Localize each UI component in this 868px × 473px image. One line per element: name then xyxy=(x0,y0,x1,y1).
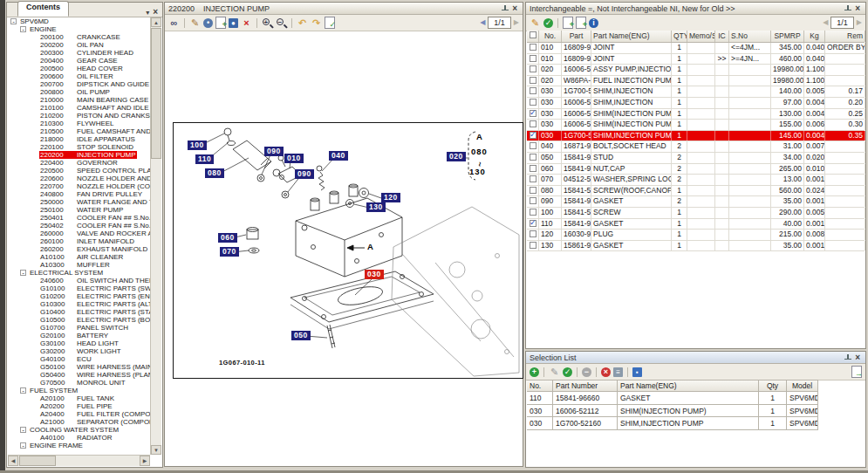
erase-markup-icon[interactable]: × xyxy=(241,17,252,29)
tree-item-210100[interactable]: 210100CAMSHAFT AND IDLE GEAR SHA xyxy=(9,104,150,112)
parts-table-row[interactable]: 0301G700-52...SHIM,INJECTION1140.000.005… xyxy=(527,86,865,98)
diagram-callout-130[interactable]: 130 xyxy=(366,202,386,212)
scroll-right-icon[interactable]: ▶ xyxy=(140,456,150,466)
redline-pencil-icon[interactable]: ✎ xyxy=(189,17,201,29)
row-checkbox[interactable] xyxy=(530,55,537,62)
row-checkbox[interactable] xyxy=(530,132,537,139)
tree-item-210000[interactable]: 210000MAIN BEARING CASE xyxy=(9,96,150,104)
parts-table-row[interactable]: 11015841-96...GASKET140.000.001 xyxy=(527,219,865,230)
delete-item-icon[interactable]: × xyxy=(601,367,611,377)
diagram-callout-020[interactable]: 020 xyxy=(447,152,466,161)
tree-item-240800[interactable]: 240800FAN DRIVE PULLEY xyxy=(9,190,150,198)
row-checkbox[interactable] xyxy=(530,209,537,216)
zoom-out-icon[interactable]: − xyxy=(276,17,287,29)
tree-item-G50100[interactable]: G50100WIRE HARNESS (MAIN) xyxy=(9,363,150,371)
tree-item-210300[interactable]: 210300FLYWHEEL xyxy=(9,120,150,127)
tree-item-210200[interactable]: 210200PISTON AND CRANKSHAFT xyxy=(9,112,150,120)
confirm-item-icon[interactable]: ✓ xyxy=(563,367,572,377)
column-header-spmrp[interactable]: SPMRP xyxy=(771,31,804,42)
select-all-checkbox[interactable] xyxy=(530,31,537,38)
scroll-down-icon[interactable]: ▼ xyxy=(151,445,161,455)
pin-icon[interactable] xyxy=(844,4,851,13)
tree-item-200300[interactable]: 200300CYLINDER HEAD xyxy=(9,49,150,57)
tree-node-fuel-system[interactable]: -FUEL SYSTEM xyxy=(9,387,150,394)
tree-item-A10100[interactable]: A10100AIR CLEANER xyxy=(9,253,150,261)
tree-item-G70500[interactable]: G70500MONROL UNIT xyxy=(9,379,150,387)
tree-vscrollbar[interactable]: ▲ ▼ xyxy=(150,17,161,455)
contents-close-icon[interactable]: × xyxy=(151,8,160,17)
row-checkbox[interactable] xyxy=(530,175,537,182)
scroll-left-icon[interactable]: ◀ xyxy=(8,456,18,466)
add-all-to-list-icon[interactable]: + xyxy=(576,17,586,29)
tree-item-A20400[interactable]: A20400FUEL FILTER (COMPONENT PAR xyxy=(9,410,150,418)
column-header-ic[interactable]: IC xyxy=(715,31,729,42)
diagram-callout-110[interactable]: 110 xyxy=(195,154,214,164)
previous-view-icon[interactable]: ↶ xyxy=(297,17,308,29)
parts-table-row[interactable]: 10015841-51...SCREW1290.000.005 xyxy=(527,208,865,219)
camera-icon[interactable]: ● xyxy=(229,18,238,28)
save-image-icon[interactable]: ✓ xyxy=(325,17,335,29)
tree-item-G10100[interactable]: G10100ELECTRIC PARTS (SWITCH) xyxy=(9,284,150,292)
tree-item-G10400[interactable]: G10400ELECTRIC PARTS (STARTER CO xyxy=(9,308,150,316)
parts-table-row[interactable]: 13015861-96...GASKET135.000.001 xyxy=(527,241,865,252)
row-checkbox[interactable] xyxy=(530,154,537,161)
tree-item-220400[interactable]: 220400GOVERNOR xyxy=(9,159,150,167)
prev-page-arrow-icon[interactable]: ◀ xyxy=(480,18,485,27)
parts-table-row[interactable]: 12016030-96...PLUG1215.000.008 xyxy=(527,230,865,241)
tree-node-engine[interactable]: -ENGINE xyxy=(9,25,150,33)
next-page-arrow-icon[interactable]: ▶ xyxy=(857,18,862,27)
tree-hscrollbar[interactable]: ◀ ▶ xyxy=(8,455,150,466)
tree-item-220700[interactable]: 220700NOZZLE HOLDER (COMPONENT xyxy=(9,182,150,190)
tree-item-G10200[interactable]: G10200ELECTRIC PARTS (ENGINE) xyxy=(9,292,150,300)
column-header-s-no[interactable]: S.No xyxy=(729,31,771,42)
expand-collapse-icon[interactable]: - xyxy=(20,270,26,276)
tree-item-240600[interactable]: 240600OIL SWITCH AND THERMOMETE xyxy=(9,277,150,284)
tree-item-220100[interactable]: 220100STOP SOLENOID xyxy=(9,143,150,151)
parts-table-row[interactable]: 05015841-91...STUD234.000.020 xyxy=(527,153,865,164)
parts-table-row[interactable]: 07004512-50...WASHER,SPRING LOCK213.000.… xyxy=(527,175,865,186)
row-checkbox[interactable] xyxy=(530,65,537,72)
parts-table-row[interactable]: 03016006-52...SHIM(INJECTION PUMP)1155.0… xyxy=(527,120,865,131)
selection-column-header-part-name-eng-[interactable]: Part Name(ENG) xyxy=(618,380,759,392)
column-header-memo-s[interactable]: Memo/S xyxy=(687,31,715,42)
selection-close-icon[interactable]: × xyxy=(853,353,862,362)
next-view-icon[interactable]: ↷ xyxy=(311,17,322,29)
row-checkbox[interactable] xyxy=(530,142,537,149)
parts-table-row[interactable]: 020W86PA-5...FUEL INJECTION PUMP119980.0… xyxy=(527,76,865,87)
expand-collapse-icon[interactable]: - xyxy=(20,427,26,433)
diagram-callout-010[interactable]: 010 xyxy=(284,154,304,163)
tree-item-220200[interactable]: 220200INJECTION PUMP xyxy=(9,151,150,159)
row-checkbox[interactable] xyxy=(530,187,537,194)
selection-table-row[interactable]: 0301G700-52160SHIM,INJECTION PUMP1SPV6MD xyxy=(527,417,818,430)
column-header-part[interactable]: Part xyxy=(562,31,591,42)
pin-icon[interactable] xyxy=(844,353,851,362)
parts-table-row[interactable]: 01016809-95...JOINT1>>>=4JN...460.000.04… xyxy=(527,54,865,65)
diagram-callout-060[interactable]: 060 xyxy=(218,233,237,243)
diagram-canvas[interactable]: 1G067-010-11 100110080090010090040120130… xyxy=(166,31,522,465)
row-checkbox[interactable] xyxy=(530,99,537,106)
tree-item-260100[interactable]: 260100INLET MANIFOLD xyxy=(9,237,150,245)
tree-item-200400[interactable]: 200400GEAR CASE xyxy=(9,57,150,65)
save-list-icon[interactable]: ▪ xyxy=(632,367,642,377)
tree-node-cooling-water-system[interactable]: -COOLING WATER SYSTEM xyxy=(9,426,150,434)
parts-table-row[interactable]: 08015841-51...SCREW(ROOF,CANOPY)1560.000… xyxy=(527,186,865,197)
tree-item-250000[interactable]: 250000WATER FLANGE AND THERMOST xyxy=(9,198,150,206)
pin-icon[interactable] xyxy=(501,4,509,13)
expand-collapse-icon[interactable]: - xyxy=(20,387,26,394)
scroll-up-icon[interactable]: ▲ xyxy=(151,17,161,27)
remove-item-icon[interactable]: − xyxy=(582,367,591,377)
tree-item-A20100[interactable]: A20100FUEL TANK xyxy=(9,394,150,402)
tree-vscroll-thumb[interactable] xyxy=(151,28,161,159)
print-icon[interactable]: ≡ xyxy=(613,367,623,377)
parts-table-row[interactable]: 01016809-95...JOINT1<=4JM...345.000.040O… xyxy=(527,43,865,54)
parts-table-row[interactable]: 02016006-51...ASSY PUMP,INJECTION119980.… xyxy=(527,65,865,76)
row-checkbox[interactable] xyxy=(530,110,537,117)
info-icon[interactable]: i xyxy=(589,18,598,28)
diagram-callout-120[interactable]: 120 xyxy=(381,193,400,202)
row-checkbox[interactable] xyxy=(530,165,537,172)
row-checkbox[interactable] xyxy=(530,77,537,84)
row-checkbox[interactable] xyxy=(530,230,537,237)
add-page-to-list-icon[interactable]: + xyxy=(563,17,573,29)
row-checkbox[interactable] xyxy=(530,44,537,51)
tree-item-250401[interactable]: 250401COOLER FAN ## S.No.<=4KHZ5 xyxy=(9,214,150,222)
